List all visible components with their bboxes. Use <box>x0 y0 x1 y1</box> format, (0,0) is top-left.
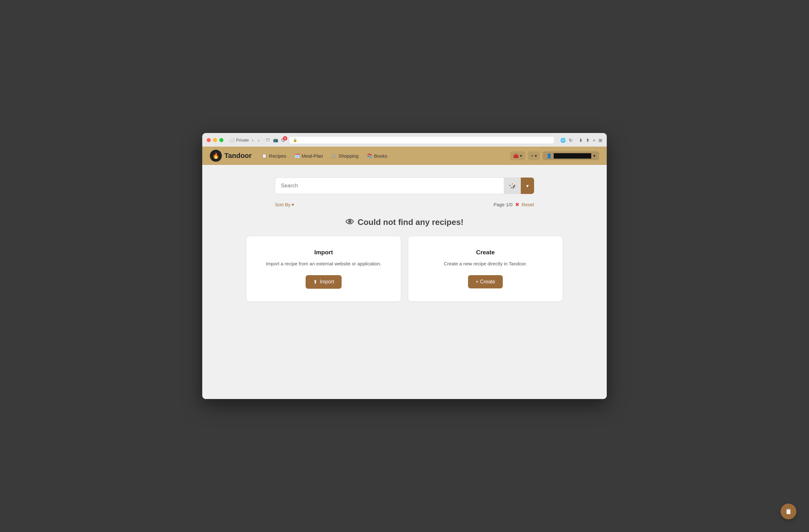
cards-row: Import Import a recipe from an external … <box>246 236 563 301</box>
search-options-dropdown-button[interactable]: ▾ <box>521 178 534 194</box>
user-caret-icon: ▾ <box>593 153 596 158</box>
recipes-label: Recipes <box>269 153 286 159</box>
app-name: Tandoor <box>224 152 252 160</box>
import-card-title: Import <box>314 249 333 256</box>
add-icon: + <box>531 153 533 158</box>
app-navbar: 🔥 Tandoor 📋 Recipes 🗓️ Meal-Plan 🛒 Shopp… <box>202 146 607 165</box>
nav-item-recipes[interactable]: 📋 Recipes <box>258 151 290 161</box>
page-info: Page 1/0 ✖ Reset <box>494 201 534 208</box>
dice-icon: 🎲 <box>509 182 516 189</box>
sort-by-label: Sort By <box>275 202 290 207</box>
add-dropdown-button[interactable]: + ▾ <box>528 151 540 160</box>
search-container: 🎲 ▾ <box>275 178 534 194</box>
browser-titlebar: ⬜ Private ‹ › 🛡 📺 🛡 3 🔒 🌐 ↻ ⬇ ⬆ + ⊞ <box>207 136 602 146</box>
search-input[interactable] <box>275 178 504 194</box>
page-label: Page 1/0 <box>494 202 513 207</box>
empty-state-title: 👁 Could not find any recipes! <box>234 217 575 228</box>
shopping-icon: 🛒 <box>331 153 337 158</box>
forward-button[interactable]: › <box>257 137 261 143</box>
tools-dropdown-button[interactable]: 🧰 ▾ <box>510 151 525 160</box>
logo-icon: 🔥 <box>210 150 222 162</box>
books-icon: 📚 <box>367 153 372 158</box>
share-icon[interactable]: ⬆ <box>586 138 590 143</box>
import-card-description: Import a recipe from an external website… <box>266 260 381 268</box>
browser-toolbar-icons: ⬇ ⬆ + ⊞ <box>579 138 602 143</box>
translate-icon: 🌐 <box>560 138 566 143</box>
user-icon: 👤 <box>546 153 552 158</box>
grid-icon[interactable]: ⊞ <box>599 138 602 143</box>
user-label: ████████████ <box>554 153 591 158</box>
nav-item-books[interactable]: 📚 Books <box>363 151 391 161</box>
shopping-label: Shopping <box>339 153 358 159</box>
nav-item-meal-plan[interactable]: 🗓️ Meal-Plan <box>291 151 327 161</box>
flame-icon: 🔥 <box>212 152 219 159</box>
tools-icon: 🧰 <box>513 153 519 158</box>
cast-icon: 📺 <box>273 138 278 142</box>
lock-icon: 🔒 <box>293 138 297 142</box>
tools-caret-icon: ▾ <box>520 153 522 158</box>
import-button[interactable]: ⬆ Import <box>306 275 342 289</box>
traffic-light-yellow[interactable] <box>213 138 217 142</box>
create-card: Create Create a new recipe directly in T… <box>408 236 563 301</box>
chevron-down-icon: ▾ <box>526 183 529 189</box>
controls-row: Sort By ▾ Page 1/0 ✖ Reset <box>275 201 534 208</box>
create-card-description: Create a new recipe directly in Tandoor. <box>444 260 527 268</box>
create-card-title: Create <box>476 249 495 256</box>
no-results-icon: 👁 <box>345 217 354 228</box>
main-content: 🎲 ▾ Sort By ▾ Page 1/0 ✖ Reset 👁 Could n… <box>202 165 607 399</box>
reset-link[interactable]: Reset <box>522 202 534 207</box>
download-icon[interactable]: ⬇ <box>579 138 583 143</box>
tab-icon: ⬜ <box>229 138 234 142</box>
sort-by-button[interactable]: Sort By ▾ <box>275 202 294 208</box>
empty-state-text: Could not find any recipes! <box>357 217 463 227</box>
user-dropdown-button[interactable]: 👤 ████████████ ▾ <box>543 151 599 160</box>
shield-icon: 🛡 <box>266 138 270 142</box>
create-button-label: + Create <box>476 279 495 285</box>
private-label: Private <box>236 138 249 142</box>
traffic-light-green[interactable] <box>219 138 223 142</box>
refresh-icon[interactable]: ↻ <box>569 138 573 143</box>
extension-badge-count: 3 <box>283 136 287 141</box>
import-card: Import Import a recipe from an external … <box>246 236 401 301</box>
reset-icon: ✖ <box>515 201 519 208</box>
nav-items: 📋 Recipes 🗓️ Meal-Plan 🛒 Shopping 📚 Book… <box>258 151 509 161</box>
new-tab-icon[interactable]: + <box>593 138 596 143</box>
traffic-lights <box>207 138 223 142</box>
meal-plan-icon: 🗓️ <box>294 153 300 158</box>
app-logo[interactable]: 🔥 Tandoor <box>210 150 252 162</box>
url-bar[interactable]: 🔒 <box>289 136 555 144</box>
back-button[interactable]: ‹ <box>251 137 255 143</box>
meal-plan-label: Meal-Plan <box>302 153 323 159</box>
nav-right: 🧰 ▾ + ▾ 👤 ████████████ ▾ <box>510 151 599 160</box>
browser-chrome: ⬜ Private ‹ › 🛡 📺 🛡 3 🔒 🌐 ↻ ⬇ ⬆ + ⊞ <box>202 133 607 146</box>
sort-caret-icon: ▾ <box>292 202 294 208</box>
extension-with-badge[interactable]: 🛡 3 <box>281 138 286 143</box>
recipes-icon: 📋 <box>262 153 267 158</box>
create-button[interactable]: + Create <box>468 275 503 288</box>
books-label: Books <box>374 153 388 159</box>
random-recipe-button[interactable]: 🎲 <box>504 178 521 194</box>
nav-item-shopping[interactable]: 🛒 Shopping <box>327 151 362 161</box>
traffic-light-red[interactable] <box>207 138 211 142</box>
browser-nav: ⬜ Private ‹ › <box>229 137 261 143</box>
import-button-label: Import <box>320 279 334 285</box>
import-icon: ⬆ <box>313 279 317 285</box>
add-caret-icon: ▾ <box>535 153 537 158</box>
empty-state-header: 👁 Could not find any recipes! <box>234 217 575 228</box>
